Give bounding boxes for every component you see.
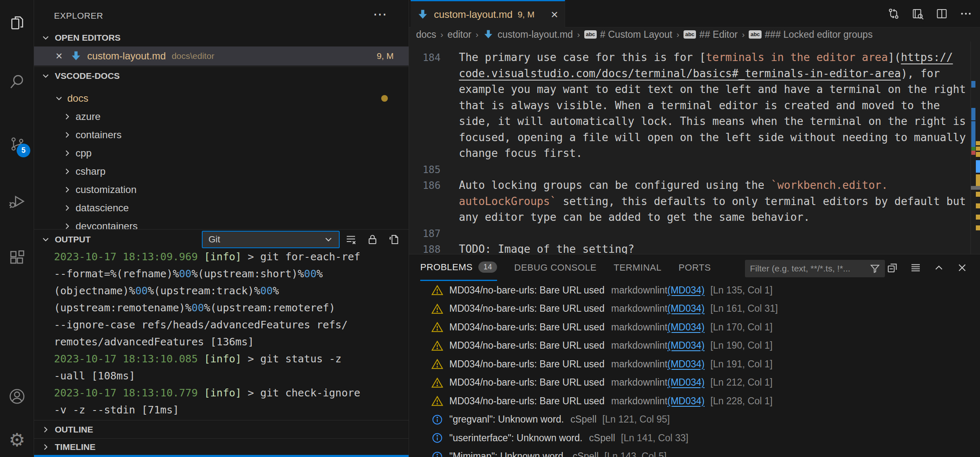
editor-line[interactable]: 187 — [409, 225, 970, 242]
tree-item-cpp[interactable]: cpp — [34, 144, 409, 162]
explorer-icon[interactable] — [0, 4, 34, 42]
problem-row[interactable]: "Mimimap": Unknown word.cSpell[Ln 143, C… — [409, 447, 980, 457]
problem-row[interactable]: "userinterface": Unknown word.cSpell[Ln … — [409, 429, 980, 447]
output-log[interactable]: 2023-10-17 18:13:09.969 [info] > git for… — [34, 248, 409, 419]
problem-row[interactable]: MD034/no-bare-urls: Bare URL usedmarkdow… — [409, 318, 980, 337]
tab-ports[interactable]: PORTS — [679, 254, 711, 281]
tab-debug-console[interactable]: DEBUG CONSOLE — [514, 254, 596, 281]
problem-row[interactable]: MD034/no-bare-urls: Bare URL usedmarkdow… — [409, 281, 980, 300]
editor-line[interactable]: any editor type can be added to get the … — [409, 209, 970, 225]
problem-row[interactable]: MD034/no-bare-urls: Bare URL usedmarkdow… — [409, 337, 980, 355]
settings-gear-icon[interactable]: ⚙ — [0, 421, 34, 457]
log-segment: 2023-10-17 18:13:09.969 — [54, 251, 198, 263]
problem-row[interactable]: MD034/no-bare-urls: Bare URL usedmarkdow… — [409, 300, 980, 318]
editor-line[interactable]: change focus first. — [409, 145, 970, 161]
tab-decoration: 9, M — [517, 10, 534, 20]
editor-toolbar — [887, 0, 973, 27]
editor-line[interactable]: focused, opening a file will open on the… — [409, 130, 970, 146]
output-log-line: (objectname)%00%(upstream:track)%00% — [54, 282, 409, 299]
overview-ruler-mark — [971, 81, 975, 88]
maximize-panel-icon[interactable] — [933, 261, 945, 274]
problem-code-link[interactable]: (MD034) — [667, 303, 704, 314]
editor-line[interactable]: 188TODO: Image of the setting? — [409, 241, 970, 254]
tree-item-datascience[interactable]: datascience — [34, 199, 409, 217]
tree-item-docs[interactable]: docs — [34, 89, 409, 108]
breadcrumb-separator-icon: › — [475, 29, 478, 39]
search-icon[interactable] — [0, 63, 34, 100]
editor-line[interactable]: code.visualstudio.com/docs/terminal/basi… — [409, 66, 970, 82]
overview-ruler-mark — [976, 192, 980, 197]
breadcrumb-item[interactable]: editor — [448, 29, 472, 40]
editor-line[interactable]: that is always visible. When a terminal … — [409, 98, 970, 114]
problem-message: MD034/no-bare-urls: Bare URL used — [449, 359, 605, 370]
tree-item-label: cpp — [76, 147, 92, 159]
open-editors-header[interactable]: OPEN EDITORS — [34, 29, 409, 46]
lock-icon[interactable] — [366, 233, 379, 246]
link-text[interactable]: https:// — [901, 51, 953, 64]
problem-code-link[interactable]: (MD034) — [667, 322, 704, 332]
editor-line[interactable]: autoLockGroups` setting, this defaults t… — [409, 193, 970, 210]
collapse-all-icon[interactable] — [886, 261, 899, 274]
overview-ruler[interactable] — [970, 42, 980, 254]
breadcrumb-item[interactable]: abc### Locked editor groups — [749, 29, 872, 40]
sidebar-resize-sash[interactable] — [34, 455, 409, 457]
problem-code-link[interactable]: (MD034) — [667, 340, 704, 351]
problem-code-link[interactable]: (MD034) — [667, 285, 704, 296]
problem-row[interactable]: MD034/no-bare-urls: Bare URL usedmarkdow… — [409, 355, 980, 374]
accounts-icon[interactable] — [0, 378, 34, 415]
line-text: code.visualstudio.com/docs/terminal/basi… — [459, 67, 940, 80]
info-icon — [431, 432, 443, 444]
editor-line[interactable]: 185 — [409, 161, 970, 178]
tree-item-customization[interactable]: customization — [34, 181, 409, 199]
problems-filter-input[interactable] — [750, 264, 869, 274]
problem-code-link[interactable]: (MD034) — [667, 377, 704, 388]
tree-item-csharp[interactable]: csharp — [34, 162, 409, 181]
problem-code-link[interactable]: (MD034) — [667, 396, 704, 406]
problem-row[interactable]: "gregvanl": Unknown word.cSpell[Ln 121, … — [409, 411, 980, 429]
problem-position: [Ln 121, Col 95] — [603, 414, 670, 425]
log-segment: 2023-10-17 18:13:10.779 — [54, 387, 198, 399]
run-debug-icon[interactable] — [0, 183, 34, 220]
tab-custom-layout[interactable]: custom-layout.md 9, M × — [411, 0, 565, 27]
breadcrumb-item[interactable]: docs — [416, 29, 436, 40]
split-editor-icon[interactable] — [935, 7, 948, 20]
tree-item-containers[interactable]: containers — [34, 126, 409, 144]
timeline-header[interactable]: TIMELINE — [34, 438, 409, 455]
editor-line[interactable]: example you may want to edit text on the… — [409, 81, 970, 98]
clear-output-icon[interactable] — [345, 233, 357, 246]
open-log-file-icon[interactable] — [388, 233, 400, 246]
editor-line[interactable]: 186Auto locking groups can be configured… — [409, 177, 970, 193]
tab-terminal[interactable]: TERMINAL — [614, 254, 662, 281]
breadcrumb-item[interactable]: custom-layout.md — [483, 29, 573, 40]
editor-line[interactable]: side, it will automatically lock. This m… — [409, 113, 970, 130]
output-log-line: 2023-10-17 18:13:10.779 [info] > git che… — [54, 384, 409, 401]
workspace-header[interactable]: VSCODE-DOCS — [34, 66, 409, 85]
outline-header[interactable]: OUTLINE — [34, 420, 409, 438]
breadcrumb-item[interactable]: abc# Custom Layout — [584, 29, 672, 40]
more-actions-icon[interactable] — [959, 7, 973, 20]
filter-funnel-icon[interactable] — [869, 263, 881, 274]
open-editor-item[interactable]: × custom-layout.md docs\editor 9, M — [34, 46, 409, 66]
editor-content[interactable]: 184The primary use case for this is for … — [409, 42, 980, 254]
output-channel-select[interactable]: Git — [202, 231, 340, 248]
problem-row[interactable]: MD034/no-bare-urls: Bare URL usedmarkdow… — [409, 374, 980, 392]
problem-code-link[interactable]: (MD034) — [667, 359, 704, 369]
view-as-list-icon[interactable] — [909, 261, 922, 274]
problem-position: [Ln 170, Col 1] — [710, 322, 773, 333]
open-preview-icon[interactable] — [911, 7, 924, 20]
editor-line[interactable]: 184The primary use case for this is for … — [409, 49, 970, 66]
problem-row[interactable]: MD034/no-bare-urls: Bare URL usedmarkdow… — [409, 392, 980, 411]
scrollbar-thumb[interactable] — [971, 186, 980, 190]
close-icon[interactable]: × — [56, 49, 68, 63]
tree-item-devcontainers[interactable]: devcontainers — [34, 217, 409, 229]
source-control-icon[interactable]: 5 — [0, 125, 34, 163]
tab-problems[interactable]: PROBLEMS 14 — [420, 254, 497, 281]
more-actions-icon[interactable]: ⋯ — [373, 6, 387, 22]
link-text[interactable]: code.visualstudio.com/docs/terminal/basi… — [459, 67, 901, 80]
close-icon[interactable]: × — [551, 7, 558, 22]
breadcrumb-item[interactable]: abc## Editor — [684, 29, 737, 40]
extensions-icon[interactable] — [0, 239, 34, 276]
tree-item-azure[interactable]: azure — [34, 108, 409, 126]
close-panel-icon[interactable] — [956, 261, 968, 274]
open-changes-icon[interactable] — [887, 7, 900, 20]
